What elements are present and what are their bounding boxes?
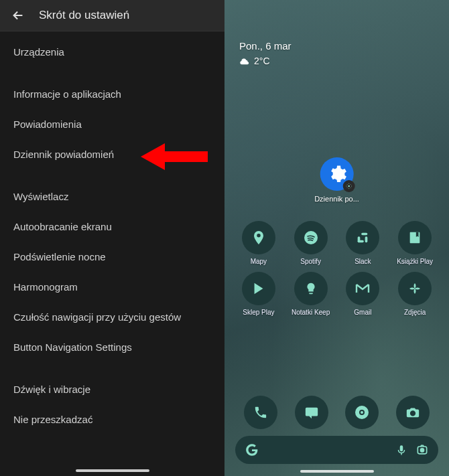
- dock-messages[interactable]: [295, 396, 328, 429]
- settings-item-autorotate[interactable]: Autoobracanie ekranu: [0, 212, 224, 242]
- gmail-icon: [346, 272, 379, 305]
- settings-item-dnd[interactable]: Nie przeszkadzać: [0, 404, 224, 434]
- cloud-icon: [239, 57, 250, 65]
- temperature-text: 2°C: [254, 56, 270, 66]
- svg-rect-4: [362, 233, 368, 236]
- phone-icon: [244, 396, 277, 429]
- app-label: Sklep Play: [243, 309, 274, 316]
- settings-item-display[interactable]: Wyświetlacz: [0, 181, 224, 212]
- settings-item-button-nav[interactable]: Button Navigation Settings: [0, 332, 224, 362]
- app-keep[interactable]: Notatki Keep: [287, 272, 334, 316]
- settings-shortcut-icon[interactable]: Dziennik po...: [314, 157, 359, 203]
- shortcut-label: Dziennik po...: [314, 195, 359, 203]
- gesture-nav-handle[interactable]: [76, 469, 149, 472]
- camera-icon: [396, 396, 430, 429]
- shortcut-badge-icon: [343, 180, 355, 192]
- divider: [0, 67, 224, 79]
- app-spotify[interactable]: Spotify: [287, 221, 334, 265]
- mic-icon[interactable]: [395, 444, 407, 456]
- settings-item-notification-log[interactable]: Dziennik powiadomień: [0, 139, 224, 169]
- app-label: Książki Play: [397, 258, 433, 265]
- divider: [0, 362, 224, 374]
- lens-icon[interactable]: [415, 443, 429, 457]
- date-text: Pon., 6 mar: [239, 40, 292, 52]
- messages-icon: [295, 396, 328, 429]
- app-maps[interactable]: Mapy: [235, 221, 282, 265]
- svg-point-10: [411, 412, 415, 415]
- settings-item-app-info[interactable]: Informacje o aplikacjach: [0, 79, 224, 109]
- app-slack[interactable]: Slack: [340, 221, 387, 265]
- at-a-glance-widget[interactable]: Pon., 6 mar 2°C: [239, 40, 292, 66]
- app-play-store[interactable]: Sklep Play: [235, 272, 282, 316]
- app-grid: Mapy Spotify Slack Książki Play Sklep P: [235, 221, 438, 316]
- google-g-icon: [245, 443, 259, 457]
- settings-item-schedule[interactable]: Harmonogram: [0, 272, 224, 302]
- svg-rect-5: [365, 236, 368, 242]
- app-label: Spotify: [300, 258, 321, 265]
- header: Skrót do ustawień: [0, 0, 224, 31]
- settings-item-gesture-sensitivity[interactable]: Czułość nawigacji przy użyciu gestów: [0, 302, 224, 332]
- settings-shortcut-panel: Skrót do ustawień Urządzenia Informacje …: [0, 0, 224, 476]
- app-label: Slack: [355, 258, 371, 265]
- home-screen: Pon., 6 mar 2°C Dziennik po... Mapy: [224, 0, 449, 476]
- search-bar[interactable]: [235, 436, 438, 464]
- dock-phone[interactable]: [244, 396, 277, 429]
- settings-item-night-light[interactable]: Podświetlenie nocne: [0, 242, 224, 272]
- dock-chrome[interactable]: [345, 396, 379, 429]
- divider: [0, 169, 224, 181]
- svg-rect-6: [358, 240, 364, 243]
- weather-row: 2°C: [239, 56, 292, 66]
- header-title: Skrót do ustawień: [39, 9, 129, 22]
- settings-item-notifications[interactable]: Powiadomienia: [0, 109, 224, 139]
- app-photos[interactable]: Zdjęcia: [391, 272, 438, 316]
- dock-camera[interactable]: [396, 396, 430, 429]
- app-gmail[interactable]: Gmail: [340, 272, 387, 316]
- maps-icon: [242, 221, 275, 254]
- svg-point-1: [348, 185, 350, 187]
- app-label: Gmail: [354, 309, 371, 316]
- back-arrow-icon[interactable]: [11, 8, 25, 23]
- gear-icon: [320, 157, 354, 191]
- settings-item-devices[interactable]: Urządzenia: [0, 37, 224, 67]
- chrome-icon: [345, 396, 379, 429]
- settings-list: Urządzenia Informacje o aplikacjach Powi…: [0, 31, 224, 440]
- settings-item-sound-vibration[interactable]: Dźwięk i wibracje: [0, 374, 224, 404]
- gesture-nav-handle[interactable]: [300, 470, 374, 473]
- app-play-books[interactable]: Książki Play: [391, 221, 438, 265]
- slack-icon: [346, 221, 379, 254]
- svg-point-9: [361, 411, 363, 414]
- play-store-icon: [242, 272, 275, 305]
- svg-point-12: [421, 449, 424, 452]
- app-label: Zdjęcia: [404, 309, 426, 316]
- keep-icon: [294, 272, 328, 305]
- photos-icon: [398, 272, 432, 305]
- dock: [235, 396, 438, 429]
- app-label: Mapy: [251, 258, 267, 265]
- app-label: Notatki Keep: [292, 309, 330, 316]
- spotify-icon: [294, 221, 328, 254]
- play-books-icon: [398, 221, 432, 254]
